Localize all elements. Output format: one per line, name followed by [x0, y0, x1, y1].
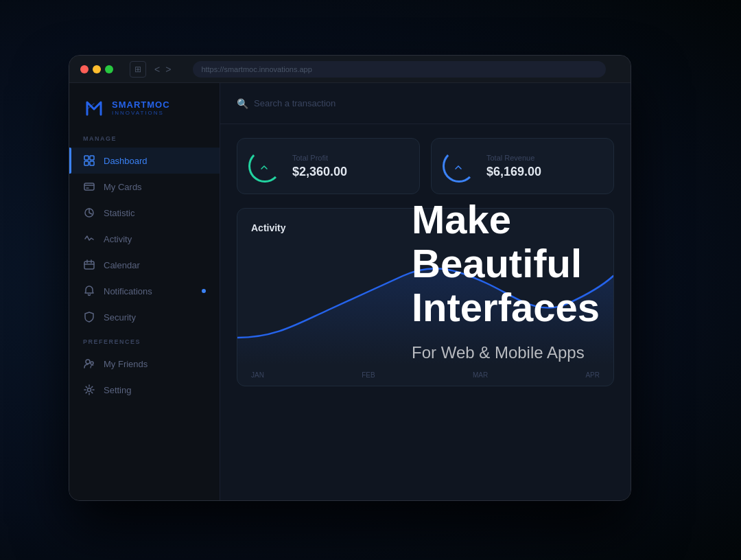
- stat-card-profit: Total Profit $2,360.00: [237, 138, 420, 194]
- sidebar-item-statistic[interactable]: Statistic: [69, 200, 220, 226]
- preferences-section-label: PREFERENCES: [69, 338, 220, 351]
- search-icon: 🔍: [237, 98, 248, 109]
- traffic-lights: [80, 65, 113, 73]
- dashboard-content: Total Profit $2,360.00 Total Revenue: [220, 124, 631, 400]
- forward-button[interactable]: >: [165, 64, 171, 75]
- notifications-label: Notifications: [104, 286, 152, 296]
- chart-label-mar: MAR: [473, 371, 488, 379]
- sidebar-item-activity[interactable]: Activity: [69, 226, 220, 252]
- svg-rect-6: [84, 261, 94, 269]
- stats-row: Total Profit $2,360.00 Total Revenue: [237, 138, 614, 194]
- svg-rect-4: [84, 183, 94, 190]
- notifications-dot: [202, 289, 206, 293]
- profit-circle: [248, 150, 281, 183]
- url-text: https://smartmoc.innovations.app: [201, 65, 311, 73]
- dashboard-icon: [83, 154, 95, 167]
- top-bar: 🔍 Search a transaction: [220, 83, 631, 124]
- setting-label: Setting: [104, 385, 131, 395]
- manage-section-label: MANAGE: [69, 135, 220, 148]
- sidebar-item-calendar[interactable]: Calendar: [69, 252, 220, 278]
- svg-point-9: [88, 388, 91, 392]
- stat-card-revenue: Total Revenue $6,169.00: [431, 138, 614, 194]
- sidebar-item-security[interactable]: Security: [69, 304, 220, 330]
- traffic-light-green[interactable]: [105, 65, 113, 73]
- notifications-icon: [83, 285, 95, 297]
- statistic-icon: [83, 207, 95, 219]
- chart-label-feb: FEB: [362, 371, 375, 379]
- my-cards-icon: [83, 180, 95, 193]
- sidebar-item-setting[interactable]: Setting: [69, 377, 220, 403]
- logo-name: SMARTMOC: [112, 100, 170, 110]
- browser-chrome: ⊞ < > https://smartmoc.innovations.app: [69, 56, 631, 83]
- revenue-label: Total Revenue: [486, 154, 541, 162]
- svg-rect-0: [84, 156, 89, 160]
- browser-navigation: < >: [154, 64, 171, 75]
- security-icon: [83, 311, 95, 323]
- chart-label-apr: APR: [585, 371, 600, 379]
- chart-labels: JAN FEB MAR APR: [251, 371, 600, 379]
- svg-rect-3: [90, 161, 94, 165]
- svg-point-7: [86, 360, 90, 364]
- sidebar-item-my-cards[interactable]: My Cards: [69, 174, 220, 200]
- revenue-value: $6,169.00: [486, 165, 541, 179]
- sidebar-item-dashboard[interactable]: Dashboard: [69, 148, 220, 174]
- url-bar[interactable]: https://smartmoc.innovations.app: [193, 61, 606, 78]
- activity-section: Activity: [237, 208, 614, 386]
- revenue-circle: [443, 150, 475, 183]
- sidebar-toggle-button[interactable]: ⊞: [130, 61, 146, 78]
- sidebar-item-notifications[interactable]: Notifications: [69, 278, 220, 304]
- main-content: 🔍 Search a transaction Total: [220, 83, 631, 500]
- logo-subtitle: INNOVATIONS: [112, 110, 170, 116]
- my-friends-label: My Friends: [104, 359, 148, 369]
- laptop-frame: ⊞ < > https://smartmoc.innovations.app S…: [69, 55, 631, 501]
- statistic-label: Statistic: [104, 208, 135, 218]
- chart-label-jan: JAN: [251, 371, 264, 379]
- search-bar[interactable]: 🔍 Search a transaction: [237, 98, 336, 109]
- activity-chart: [237, 228, 613, 365]
- traffic-light-yellow[interactable]: [93, 65, 101, 73]
- my-cards-label: My Cards: [104, 182, 142, 192]
- svg-rect-2: [84, 161, 89, 165]
- security-label: Security: [104, 312, 136, 323]
- sidebar: SMARTMOC INNOVATIONS MANAGE Dashboard: [69, 83, 220, 500]
- sidebar-item-my-friends[interactable]: My Friends: [69, 351, 220, 377]
- logo-icon: [83, 97, 105, 119]
- profit-label: Total Profit: [292, 154, 347, 162]
- traffic-light-red[interactable]: [80, 65, 89, 73]
- dashboard-label: Dashboard: [104, 156, 148, 166]
- logo-area: SMARTMOC INNOVATIONS: [69, 97, 220, 135]
- profit-value: $2,360.00: [292, 165, 347, 179]
- activity-label: Activity: [104, 234, 132, 244]
- back-button[interactable]: <: [154, 64, 160, 75]
- app-content: SMARTMOC INNOVATIONS MANAGE Dashboard: [69, 83, 631, 500]
- search-placeholder: Search a transaction: [254, 98, 336, 108]
- my-friends-icon: [83, 358, 95, 370]
- activity-icon: [83, 233, 95, 245]
- browser-controls: ⊞: [130, 61, 146, 78]
- calendar-label: Calendar: [104, 260, 140, 270]
- setting-icon: [83, 384, 95, 396]
- calendar-icon: [83, 259, 95, 271]
- svg-rect-1: [90, 156, 94, 160]
- svg-point-8: [91, 362, 93, 364]
